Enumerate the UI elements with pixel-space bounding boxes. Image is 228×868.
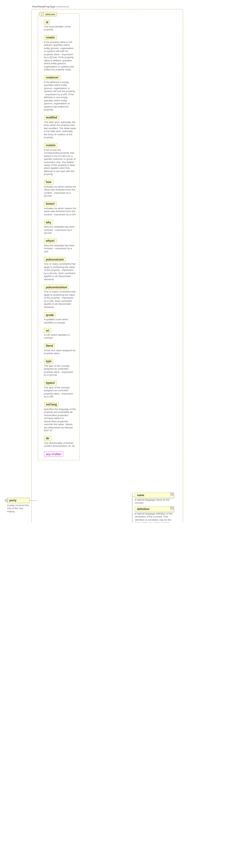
extension-label: FlexPartyPropType (extension)	[32, 5, 69, 8]
attribute-pubconstraint: pubconstraintOne or many constraints tha…	[44, 257, 77, 281]
attribute-name[interactable]: pubconstraint	[44, 257, 65, 262]
attribute-typeuri: typeuriThe type of the concept assigned …	[44, 380, 77, 398]
attribute-doc: One or many constraints that apply to pu…	[44, 290, 76, 309]
attribute-name[interactable]: modified	[44, 115, 59, 120]
diagram-root: FlexPartyPropType (extension) party A pa…	[4, 498, 224, 513]
attribute-doc: A free-text value assigned as property v…	[44, 349, 76, 355]
attribute-doc: Specifies the language of this property …	[44, 408, 76, 432]
attribute-name[interactable]: literal	[44, 343, 55, 348]
attribute-dir: dirThe directionality of textual content…	[44, 436, 77, 448]
attribute-xmllang: xml:langSpecifies the language of this p…	[44, 402, 77, 432]
attribute-name[interactable]: typeuri	[44, 380, 57, 385]
element-definition: definitionA natural language definition …	[135, 506, 173, 523]
attribute-uri: uriA URI which identifies a concept.	[44, 328, 77, 340]
attribute-wildcard: any ##other	[44, 452, 77, 457]
element-doc: A natural language definition of the sem…	[135, 512, 173, 523]
attribute-doc: One or many constraints that apply to pu…	[44, 262, 76, 281]
attribute-id: idThe local identifier of the property.	[44, 20, 77, 31]
collapse-icon[interactable]	[5, 499, 8, 502]
extension-typename: FlexPartyPropType	[32, 5, 56, 8]
element-box[interactable]: name	[135, 493, 173, 498]
attribute-doc: A URI which identifies a concept.	[44, 334, 76, 340]
attribute-name[interactable]: type	[44, 359, 53, 364]
attributes-header[interactable]: attributes	[39, 12, 57, 17]
collapse-icon[interactable]	[41, 13, 44, 16]
wildcard-any-other[interactable]: any ##other	[44, 452, 63, 457]
attribute-doc: If the property value is not defined, sp…	[44, 41, 76, 71]
attribute-why: whyWhy the metadata has been included - …	[44, 220, 77, 234]
attribute-name[interactable]: custom	[44, 143, 57, 148]
attribute-name[interactable]: creator	[44, 35, 57, 40]
attribute-doc: Indicates by which means the value was e…	[44, 207, 76, 216]
attribute-doc: The type of the concept assigned as cont…	[44, 386, 76, 398]
attribute-doc: The type of the concept assigned as cont…	[44, 365, 76, 377]
attribute-doc: Indicates by which means the value was e…	[44, 185, 76, 197]
attribute-name[interactable]: dir	[44, 436, 51, 441]
attributes-label: attributes	[45, 13, 55, 16]
attribute-type: typeThe type of the concept assigned as …	[44, 359, 77, 377]
attribute-howuri: howuriIndicates by which means the value…	[44, 202, 77, 216]
attribute-doc: A qualified code which identifies a conc…	[44, 318, 76, 324]
extension-suffix: (extension)	[57, 5, 69, 8]
attribute-how: howIndicates by which means the value wa…	[44, 180, 77, 197]
attribute-doc: If the attribute is empty, specifies whi…	[44, 81, 76, 112]
extension-body: attributes idThe local identifier of the…	[38, 13, 173, 467]
attributes-list: idThe local identifier of the property.c…	[44, 20, 77, 448]
attribute-creator: creatorIf the property value is not defi…	[44, 35, 77, 71]
attribute-custom: customIf set to true the corresponding p…	[44, 143, 77, 176]
attribute-name[interactable]: how	[44, 180, 53, 185]
attributes-container: attributes idThe local identifier of the…	[38, 13, 80, 460]
attribute-whyuri: whyuriWhy the metadata has been included…	[44, 239, 77, 253]
attribute-literal: literalA free-text value assigned as pro…	[44, 343, 77, 355]
element-label: party	[9, 499, 17, 502]
attribute-name[interactable]: pubconstrainturi	[44, 285, 69, 289]
element-doc: A natural language name for the concept.	[135, 498, 173, 504]
attribute-qcode: qcodeA qualified code which identifies a…	[44, 312, 77, 324]
attribute-doc: The local identifier of the property.	[44, 25, 76, 31]
attribute-name[interactable]: creatoruri	[44, 75, 60, 80]
attribute-pubconstrainturi: pubconstrainturiOne or many constraints …	[44, 285, 77, 309]
attribute-name[interactable]: uri	[44, 328, 51, 333]
attribute-doc: Why the metadata has been included - exp…	[44, 244, 76, 253]
attribute-name[interactable]: xml:lang	[44, 402, 59, 407]
attribute-name[interactable]: whyuri	[44, 239, 57, 243]
attribute-creatoruri: creatoruriIf the attribute is empty, spe…	[44, 75, 77, 112]
attribute-doc: Why the metadata has been included - exp…	[44, 225, 76, 234]
attribute-name[interactable]: howuri	[44, 202, 57, 206]
attribute-name[interactable]: why	[44, 220, 53, 225]
conceptdefinition-children: nameA natural language name for the conc…	[135, 493, 173, 523]
element-box[interactable]: definition	[135, 506, 173, 512]
attribute-name[interactable]: qcode	[44, 312, 56, 317]
expand-icon[interactable]	[171, 493, 173, 495]
attribute-modified: modifiedThe date (and, optionally, the t…	[44, 115, 77, 139]
element-party[interactable]: party	[7, 498, 30, 503]
expand-icon[interactable]	[171, 506, 173, 509]
element-doc: A party involved this hop of the Hop His…	[7, 504, 30, 513]
element-name: nameA natural language name for the conc…	[135, 493, 173, 504]
attribute-doc: The directionality of textual content (e…	[44, 442, 76, 448]
attribute-doc: If set to true the corresponding propert…	[44, 149, 76, 176]
attribute-doc: The date (and, optionally, the time) whe…	[44, 121, 76, 139]
attribute-name[interactable]: id	[44, 20, 50, 25]
